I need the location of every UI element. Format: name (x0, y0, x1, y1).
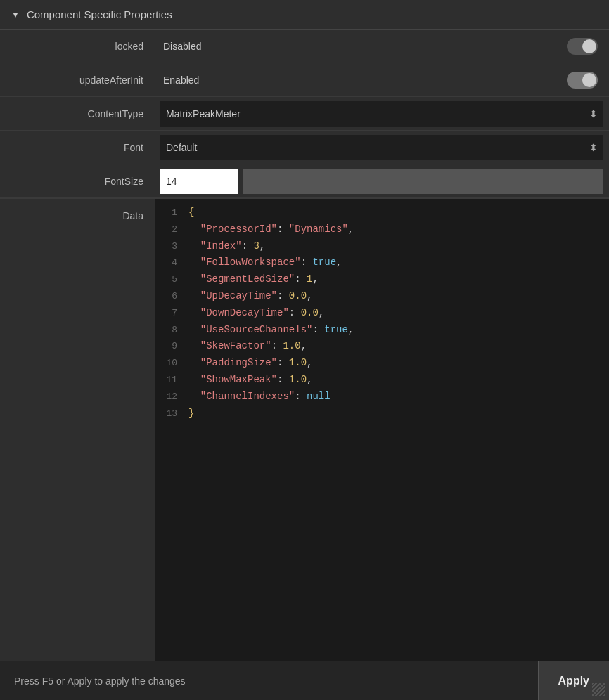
footer: Press F5 or Apply to apply the changes A… (0, 661, 609, 700)
code-token: true (324, 324, 348, 335)
code-token: "FollowWorkspace" (188, 257, 301, 268)
code-token: "SegmentLedSize" (188, 273, 295, 285)
table-row: 1{ (155, 205, 609, 221)
code-token: , (307, 374, 312, 385)
apply-button[interactable]: Apply (538, 661, 609, 700)
line-number: 13 (160, 406, 188, 422)
code-token: , (348, 223, 354, 235)
code-token: 1.0 (283, 340, 300, 351)
font-select[interactable]: Default (160, 135, 603, 160)
update-after-init-toggle-knob (582, 73, 596, 87)
code-token: , (307, 290, 312, 302)
line-number: 7 (160, 306, 188, 321)
table-row: 11 "ShowMaxPeak": 1.0, (155, 372, 609, 389)
code-token: : (289, 307, 301, 318)
locked-value: Disabled (155, 38, 609, 55)
content-type-select[interactable]: MatrixPeakMeter (160, 101, 603, 127)
update-after-init-row: updateAfterInit Enabled (0, 63, 609, 97)
code-token: : (277, 374, 289, 385)
line-number: 11 (160, 372, 188, 388)
font-value: Default ⬍ (155, 135, 609, 160)
code-content: "Index": 3, (188, 238, 603, 255)
line-number: 3 (160, 239, 188, 254)
data-editor[interactable]: 1{2 "ProcessorId": "Dynamics",3 "Index":… (155, 199, 609, 661)
update-after-init-status: Enabled (160, 74, 567, 86)
font-size-label: FontSize (0, 176, 155, 187)
content-type-value: MatrixPeakMeter ⬍ (155, 101, 609, 127)
update-after-init-toggle[interactable] (567, 72, 598, 89)
font-size-input[interactable] (160, 169, 238, 194)
code-token: , (319, 307, 324, 318)
code-content: "DownDecayTime": 0.0, (188, 305, 603, 322)
code-token: "SkewFactor" (188, 340, 271, 351)
table-row: 12 "ChannelIndexes": null (155, 389, 609, 406)
locked-toggle-knob (582, 39, 596, 53)
panel-header: ▼ Component Specific Properties (0, 0, 609, 30)
code-token: , (336, 257, 342, 268)
content-type-label: ContentType (0, 108, 155, 119)
code-token: 3 (253, 240, 259, 252)
update-after-init-label: updateAfterInit (0, 74, 155, 86)
code-token: } (188, 408, 194, 419)
table-row: 2 "ProcessorId": "Dynamics", (155, 221, 609, 238)
code-content: "SegmentLedSize": 1, (188, 271, 603, 288)
code-content: "FollowWorkspace": true, (188, 254, 603, 271)
locked-status: Disabled (160, 41, 567, 52)
code-token: : (295, 391, 307, 402)
panel-title: Component Specific Properties (27, 8, 172, 20)
code-token: "ShowMaxPeak" (188, 374, 277, 385)
code-token: 0.0 (289, 290, 307, 302)
locked-toggle[interactable] (567, 38, 598, 55)
font-label: Font (0, 142, 155, 153)
code-token: "ProcessorId" (188, 223, 277, 235)
table-row: 8 "UseSourceChannels": true, (155, 322, 609, 339)
code-content: } (188, 406, 603, 422)
code-token: "UpDecayTime" (188, 290, 277, 302)
locked-label: locked (0, 41, 155, 52)
code-token: "PaddingSize" (188, 357, 277, 368)
code-token: "ChannelIndexes" (188, 391, 295, 402)
code-token: : (277, 357, 289, 368)
table-row: 6 "UpDecayTime": 0.0, (155, 288, 609, 305)
data-section: Data 1{2 "ProcessorId": "Dynamics",3 "In… (0, 198, 609, 661)
code-token: : (312, 324, 324, 335)
code-token: 0.0 (301, 307, 319, 318)
table-row: 7 "DownDecayTime": 0.0, (155, 305, 609, 322)
table-row: 5 "SegmentLedSize": 1, (155, 271, 609, 288)
code-token: : (301, 257, 313, 268)
code-content: "PaddingSize": 1.0, (188, 355, 603, 372)
data-label: Data (122, 210, 143, 221)
code-token: null (307, 391, 331, 402)
code-token: : (242, 240, 254, 252)
code-token: , (301, 340, 307, 351)
code-token: : (271, 340, 283, 351)
line-number: 12 (160, 389, 188, 405)
code-content: "UseSourceChannels": true, (188, 322, 603, 339)
line-number: 4 (160, 255, 188, 271)
code-token: , (259, 240, 265, 252)
font-size-slider[interactable] (243, 169, 603, 194)
line-number: 2 (160, 222, 188, 238)
code-token: true (312, 257, 336, 268)
table-row: 13} (155, 406, 609, 422)
update-after-init-value: Enabled (155, 72, 609, 89)
font-row: Font Default ⬍ (0, 131, 609, 164)
code-token: , (312, 273, 318, 285)
line-number: 8 (160, 323, 188, 338)
code-token: : (277, 223, 289, 235)
code-token: 1.0 (289, 357, 307, 368)
collapse-icon[interactable]: ▼ (11, 10, 20, 20)
code-token: "Dynamics" (289, 223, 348, 235)
code-token: "UseSourceChannels" (188, 324, 312, 335)
code-content: "ShowMaxPeak": 1.0, (188, 372, 603, 389)
code-token: : (277, 290, 289, 302)
code-content: "ChannelIndexes": null (188, 389, 603, 406)
code-token: { (188, 207, 194, 218)
code-token: , (307, 357, 312, 368)
code-token: , (348, 324, 354, 335)
line-number: 5 (160, 272, 188, 287)
line-number: 1 (160, 205, 188, 221)
content-type-row: ContentType MatrixPeakMeter ⬍ (0, 97, 609, 131)
code-token: "DownDecayTime" (188, 307, 289, 318)
code-token: : (295, 273, 307, 285)
